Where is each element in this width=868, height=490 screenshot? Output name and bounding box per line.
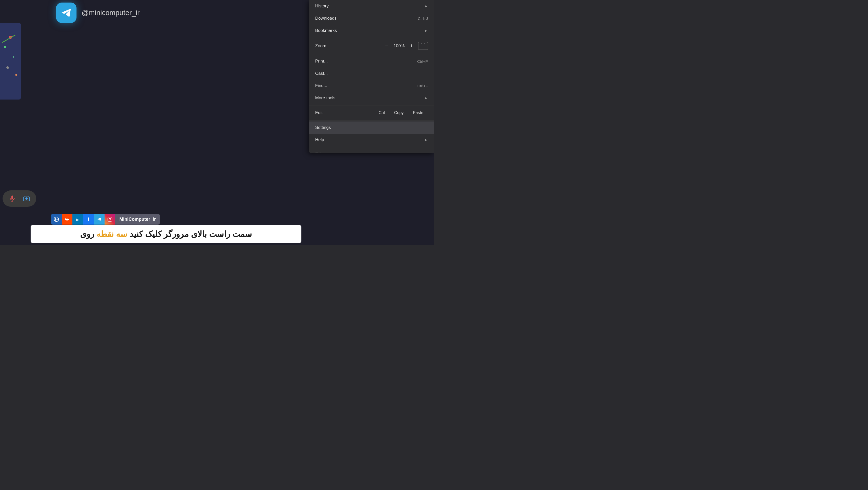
- menu-exit-label: Exit: [315, 152, 322, 153]
- zoom-label: Zoom: [315, 44, 382, 49]
- divider-3: [309, 105, 434, 106]
- menu-print-shortcut: Ctrl+P: [417, 59, 428, 63]
- cut-button[interactable]: Cut: [374, 109, 390, 117]
- diagonal-line: [2, 34, 16, 43]
- social-icon-telegram[interactable]: [94, 214, 104, 225]
- menu-item-help[interactable]: Help ►: [309, 134, 434, 146]
- copy-button[interactable]: Copy: [390, 109, 408, 117]
- instagram-svg: [107, 217, 113, 222]
- social-icon-facebook[interactable]: f: [83, 214, 94, 225]
- history-arrow-icon: ►: [424, 4, 428, 8]
- zoom-plus-button[interactable]: +: [407, 41, 416, 50]
- telegram-small-svg: [97, 217, 102, 222]
- banner-text-part1: روی: [80, 229, 94, 239]
- svg-point-9: [109, 219, 111, 220]
- dot-green1: [4, 46, 6, 48]
- menu-cast-label: Cast...: [315, 71, 328, 76]
- menu-downloads-label: Downloads: [315, 16, 337, 21]
- telegram-svg: [60, 6, 73, 19]
- help-arrow-icon: ►: [424, 138, 428, 142]
- svg-rect-0: [11, 196, 13, 199]
- more-tools-arrow-icon: ►: [424, 96, 428, 100]
- telegram-handle: @minicomputer_ir: [82, 9, 140, 17]
- facebook-text: f: [88, 217, 89, 222]
- edit-label: Edit: [315, 110, 374, 115]
- svg-rect-8: [108, 217, 112, 222]
- context-menu: History ► Downloads Ctrl+J Bookmarks ► Z…: [309, 0, 434, 153]
- dot-teal: [13, 56, 14, 58]
- divider-5: [309, 147, 434, 147]
- menu-bookmarks-label: Bookmarks: [315, 28, 337, 33]
- menu-more-tools-label: More tools: [315, 95, 335, 100]
- menu-print-label: Print...: [315, 59, 328, 64]
- banner-text: سمت راست بالای مرورگر کلیک کنید سه نقطه …: [80, 229, 252, 239]
- banner-text-part2: سمت راست بالای مرورگر کلیک کنید: [129, 229, 252, 239]
- menu-help-label: Help: [315, 137, 324, 142]
- menu-find-label: Find...: [315, 83, 327, 88]
- menu-item-exit[interactable]: Exit: [309, 148, 434, 153]
- camera-icon[interactable]: [22, 194, 32, 204]
- menu-item-find[interactable]: Find... Ctrl+F: [309, 80, 434, 92]
- banner-text-highlight: سه نقطه: [96, 229, 127, 239]
- linkedin-text: in: [76, 217, 79, 222]
- divider-4: [309, 120, 434, 120]
- menu-find-shortcut: Ctrl+F: [417, 84, 428, 88]
- social-icon-website[interactable]: [51, 214, 62, 225]
- svg-point-10: [111, 218, 112, 219]
- camera-svg: [23, 195, 30, 202]
- zoom-minus-button[interactable]: −: [382, 41, 392, 50]
- menu-item-more-tools[interactable]: More tools ►: [309, 92, 434, 104]
- left-decorative-panel: [0, 23, 21, 99]
- menu-item-history[interactable]: History ►: [309, 0, 434, 12]
- social-icon-instagram[interactable]: [104, 214, 115, 225]
- menu-downloads-shortcut: Ctrl+J: [418, 16, 428, 21]
- telegram-icon: [56, 3, 76, 23]
- menu-item-print[interactable]: Print... Ctrl+P: [309, 55, 434, 67]
- zoom-value: 100%: [392, 44, 407, 49]
- microphone-icon[interactable]: [7, 194, 17, 204]
- paste-button[interactable]: Paste: [408, 109, 428, 117]
- social-icon-linkedin[interactable]: in: [72, 214, 83, 225]
- menu-item-downloads[interactable]: Downloads Ctrl+J: [309, 12, 434, 25]
- reddit-svg: [64, 217, 70, 222]
- dot-orange: [15, 74, 17, 76]
- social-channel-label: MiniComputer_ir: [115, 214, 160, 225]
- divider-1: [309, 38, 434, 38]
- dot-gray: [6, 66, 9, 69]
- bookmarks-arrow-icon: ►: [424, 29, 428, 33]
- zoom-row: Zoom − 100% + ⛶: [309, 39, 434, 53]
- menu-item-bookmarks[interactable]: Bookmarks ►: [309, 25, 434, 37]
- social-bar: in f MiniComputer_ir: [51, 214, 160, 225]
- bottom-banner: سمت راست بالای مرورگر کلیک کنید سه نقطه …: [31, 225, 301, 243]
- menu-history-label: History: [315, 4, 329, 9]
- mic-svg: [9, 195, 16, 202]
- menu-settings-label: Settings: [315, 125, 331, 130]
- menu-item-cast[interactable]: Cast...: [309, 67, 434, 80]
- menu-item-settings[interactable]: Settings: [309, 121, 434, 134]
- social-icon-reddit[interactable]: [62, 214, 72, 225]
- svg-point-3: [25, 197, 28, 200]
- telegram-container: @minicomputer_ir: [56, 3, 140, 23]
- edit-row: Edit Cut Copy Paste: [309, 107, 434, 119]
- fullscreen-icon[interactable]: ⛶: [418, 42, 428, 50]
- bottom-toolbar: [3, 191, 36, 207]
- website-svg: [54, 217, 59, 222]
